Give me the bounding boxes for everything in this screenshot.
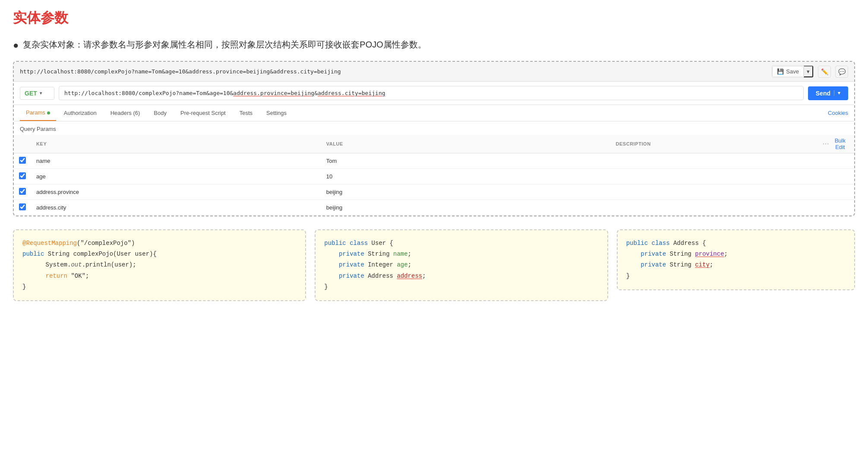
row1-checkbox[interactable] [19,157,26,164]
url-input[interactable]: http://localhost:8080/complexPojo?name=T… [59,86,804,100]
kw-class2: class [652,240,670,247]
kw-private3: private [339,273,364,279]
row3-value: beijing [321,184,611,200]
row2-key: age [31,169,321,184]
bulk-edit-button[interactable]: Bulk Edit [831,137,849,150]
semi3: ; [422,273,426,279]
row4-key: address.city [31,200,321,216]
user-class-code-block: public class User { private String name;… [315,229,608,301]
row3-desc [610,184,817,200]
kw-private5: private [641,261,666,268]
type-str1: String [670,251,695,257]
tab-params[interactable]: Params [20,105,56,121]
col-value-header: VALUE [321,135,611,153]
tab-tests[interactable]: Tests [234,105,259,121]
params-active-dot [47,111,50,114]
type-addr: Address [368,273,397,279]
row3-key: address.province [31,184,321,200]
close-brace2: } [626,273,630,279]
kw-return: return [46,273,67,279]
table-row: address.province beijing [14,184,854,200]
method-label: GET [25,90,37,97]
tab-settings[interactable]: Settings [260,105,293,121]
code-text: ("/complexPojo") [77,240,135,247]
row3-more [818,184,854,200]
table-row: address.city beijing [14,200,854,216]
query-params-label: Query Params [14,121,854,135]
url-top-text: http://localhost:8080/complexPojo?name=T… [20,68,767,75]
address-class-code-block: public class Address { private String pr… [617,229,855,290]
close-brace: } [324,283,328,290]
controller-code-block: @RequestMapping("/complexPojo") public S… [13,229,306,301]
row1-value: Tom [321,153,611,169]
url-base: http://localhost:8080/complexPojo?name=T… [64,90,233,96]
code-indent2 [31,273,46,279]
kw-public2: public [324,240,346,247]
send-button[interactable]: Send ▾ [808,86,848,100]
row1-more [818,153,854,169]
row4-more [818,200,854,216]
code-brace: } [22,283,26,290]
row4-value: beijing [321,200,611,216]
row2-value: 10 [321,169,611,184]
semi4: ; [724,251,728,257]
postman-container: http://localhost:8080/complexPojo?name=T… [13,61,855,216]
semi: ; [408,251,411,257]
field-province: province [695,251,724,257]
more-dots-icon[interactable]: ··· [823,141,830,146]
kw-public3: public [626,240,648,247]
row2-more [818,169,854,184]
field-address: address [397,273,422,279]
type-str2: String [670,261,695,268]
code-indent: System. [31,261,71,268]
col-desc-header: DESCRIPTION [610,135,817,153]
tab-authorization[interactable]: Authorization [58,105,103,121]
url-amp: & [314,90,318,96]
cookies-link[interactable]: Cookies [828,105,848,121]
row4-checkbox[interactable] [19,203,26,210]
code-blocks-row: @RequestMapping("/complexPojo") public S… [13,229,855,301]
params-table: KEY VALUE DESCRIPTION ··· Bulk Edit name… [14,135,854,216]
class-name: User { [372,240,393,247]
table-row: name Tom [14,153,854,169]
tab-body[interactable]: Body [148,105,173,121]
method-select[interactable]: GET ▾ [20,87,54,100]
save-label: Save [786,68,799,75]
tab-pre-request[interactable]: Pre-request Script [174,105,232,121]
type-text2: Integer [368,261,397,268]
row2-checkbox[interactable] [19,172,26,179]
method-arrow-icon: ▾ [40,91,42,95]
send-label: Send [816,90,830,97]
row3-checkbox[interactable] [19,188,26,195]
kw-private4: private [641,251,666,257]
edit-icon-button[interactable]: ✏️ [818,66,831,78]
request-row: GET ▾ http://localhost:8080/complexPojo?… [14,82,854,105]
type-text: String [368,251,393,257]
url-city: address.city=beijing [318,90,385,96]
save-icon: 💾 [777,68,784,75]
save-button[interactable]: 💾 Save [772,66,804,77]
save-dropdown-button[interactable]: ▾ [804,66,813,77]
col-key-header: KEY [31,135,321,153]
code-out: out [71,261,82,268]
kw-public: public [22,251,44,257]
field-city: city [695,261,710,268]
kw-private2: private [339,261,364,268]
bullet-dot: ● [13,38,19,52]
comment-icon-button[interactable]: 💬 [835,66,848,78]
semi5: ; [710,261,713,268]
code-string: "OK"; [71,273,89,279]
col-more-header: ··· Bulk Edit [818,135,854,153]
annotation-text: @RequestMapping [22,240,77,247]
row1-key: name [31,153,321,169]
row1-desc [610,153,817,169]
field-name: name [393,251,408,257]
tabs-row: Params Authorization Headers (6) Body Pr… [14,105,854,121]
kw-private1: private [339,251,364,257]
field-age: age [397,261,407,268]
bullet-section: ● 复杂实体对象：请求参数名与形参对象属性名相同，按照对象层次结构关系即可接收嵌… [13,38,855,52]
table-row: age 10 [14,169,854,184]
col-check-header [14,135,31,153]
code-text: String complexPojo(User user){ [48,251,157,257]
tab-headers[interactable]: Headers (6) [104,105,146,121]
